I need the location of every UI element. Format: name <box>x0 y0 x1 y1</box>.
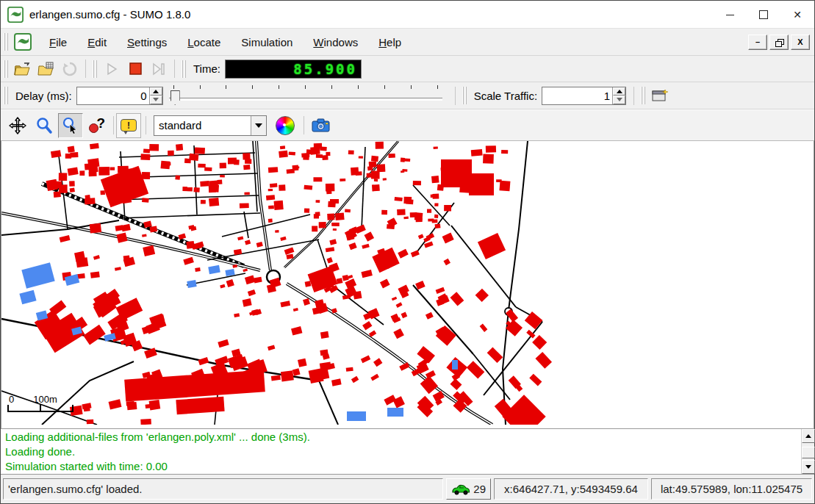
scale-bar: 0 100m <box>7 394 73 412</box>
down-arrow-icon <box>805 465 811 469</box>
minimize-button[interactable] <box>713 1 747 28</box>
scale-traffic-spinbox: 1 <box>542 87 626 105</box>
menu-file[interactable]: File <box>39 32 77 53</box>
scroll-up-button[interactable] <box>802 429 815 443</box>
time-display: 85.900 <box>225 60 362 79</box>
simulation-parameter-button[interactable]: ? <box>85 113 109 138</box>
menu-help[interactable]: Help <box>368 32 412 53</box>
chevron-down-icon <box>255 123 262 128</box>
reload-button[interactable] <box>58 58 82 80</box>
play-button[interactable] <box>100 58 123 80</box>
down-arrow-icon <box>617 98 622 101</box>
toolbar-grip[interactable] <box>182 60 187 78</box>
delay-slider[interactable] <box>169 82 442 109</box>
mdi-close-button[interactable]: X <box>791 35 810 50</box>
up-arrow-icon <box>153 90 159 93</box>
cartesian-coords-panel: x:646427.71, y:5493459.64 <box>494 478 648 500</box>
up-arrow-icon <box>617 90 622 93</box>
scrollbar-thumb[interactable] <box>802 447 815 458</box>
app-window: erlangen.sumo.cfg - SUMO 1.8.0 ✕ FileEdi… <box>0 0 815 504</box>
pan-arrows-icon <box>9 117 26 134</box>
recenter-view-button[interactable] <box>5 113 30 138</box>
sumo-logo-icon-small <box>14 33 32 51</box>
delay-label: Delay (ms): <box>15 90 72 102</box>
vehicle-icon <box>451 483 470 495</box>
sumo-logo-icon <box>7 7 24 23</box>
map-viewport: 0 100m <box>1 141 814 428</box>
slider-groove <box>169 98 442 101</box>
locate-mode-button[interactable] <box>58 113 83 138</box>
color-wheel-icon <box>276 116 295 135</box>
up-arrow-icon <box>805 434 811 438</box>
question-ball-icon: ? <box>89 117 105 134</box>
open-network-button[interactable] <box>35 58 58 80</box>
menu-locate[interactable]: Locate <box>177 32 231 53</box>
delay-input[interactable]: 0 <box>77 87 149 104</box>
magnifier-icon <box>35 117 53 134</box>
message-window-button[interactable]: ! <box>116 113 141 138</box>
vehicle-count-panel[interactable]: 29 <box>446 478 491 500</box>
menu-bar: FileEditSettingsLocateSimulationWindowsH… <box>1 28 814 56</box>
toolbar-grip[interactable] <box>4 33 10 51</box>
delay-increment-button[interactable] <box>150 87 162 96</box>
close-button[interactable]: ✕ <box>780 1 814 28</box>
scale-increment-button[interactable] <box>613 87 625 96</box>
slider-handle[interactable] <box>170 90 180 105</box>
coloring-scheme-combobox[interactable]: standard <box>154 115 267 136</box>
maximize-button[interactable] <box>747 1 780 28</box>
scale-distance-label: 100m <box>33 394 57 405</box>
scale-decrement-button[interactable] <box>613 96 625 104</box>
scale-bracket <box>7 405 73 412</box>
scroll-down-button[interactable] <box>802 460 815 474</box>
time-label: Time: <box>193 62 220 75</box>
stop-button[interactable] <box>123 58 147 80</box>
scale-zero-label: 0 <box>9 394 14 405</box>
mdi-close-icon: X <box>797 37 803 46</box>
reload-icon <box>62 61 78 77</box>
log-line: Loading additional-files from 'erlangen.… <box>5 430 810 444</box>
mdi-minimize-button[interactable]: – <box>748 35 767 50</box>
delay-spinbox: 0 <box>76 87 163 105</box>
map-canvas[interactable] <box>1 141 814 425</box>
log-scrollbar[interactable] <box>801 429 814 474</box>
vehicle-count: 29 <box>473 483 486 495</box>
combo-dropdown-button[interactable] <box>251 116 266 135</box>
slider-ticks <box>173 85 438 90</box>
toolbar-grip[interactable] <box>641 87 647 104</box>
view-toolbar: ? ! standard <box>1 109 814 141</box>
log-line: Loading done. <box>5 444 810 459</box>
open-network-folder-icon <box>37 62 55 76</box>
scale-traffic-input[interactable]: 1 <box>542 87 612 104</box>
zoom-button[interactable] <box>32 113 57 138</box>
simulation-toolbar: Time: 85.900 <box>1 56 814 82</box>
speed-toolbar: Delay (ms): 0 Scale Traffic: 1 <box>1 82 814 109</box>
menu-windows[interactable]: Windows <box>303 32 368 53</box>
toolbar-grip[interactable] <box>4 87 10 104</box>
open-config-button[interactable] <box>11 58 35 80</box>
mdi-minimize-icon: – <box>755 37 760 46</box>
status-message: 'erlangen.sumo.cfg' loaded. <box>8 483 143 495</box>
warning-bubble-icon: ! <box>121 119 137 132</box>
menu-settings[interactable]: Settings <box>117 32 177 53</box>
toolbar-grip[interactable] <box>462 87 468 104</box>
status-bar: 'erlangen.sumo.cfg' loaded. 29 x:646427.… <box>1 475 814 503</box>
title-bar: erlangen.sumo.cfg - SUMO 1.8.0 ✕ <box>1 1 814 28</box>
screenshot-button[interactable] <box>309 113 334 138</box>
new-view-icon <box>652 89 668 102</box>
menu-simulation[interactable]: Simulation <box>231 32 303 53</box>
delay-decrement-button[interactable] <box>150 96 162 104</box>
geo-coords: lat:49.575989, lon:11.025475 <box>661 483 803 495</box>
coloring-scheme-value: standard <box>154 119 251 132</box>
cartesian-coords: x:646427.71, y:5493459.64 <box>504 483 638 495</box>
mdi-restore-button[interactable] <box>769 35 789 50</box>
geo-coords-panel: lat:49.575989, lon:11.025475 <box>651 478 812 500</box>
menu-edit[interactable]: Edit <box>77 32 117 53</box>
step-button[interactable] <box>147 58 170 80</box>
edit-coloring-button[interactable] <box>273 113 298 138</box>
toolbar-grip[interactable] <box>93 60 98 78</box>
new-view-button[interactable] <box>648 84 672 107</box>
toolbar-grip[interactable] <box>4 60 10 78</box>
message-log[interactable]: Loading additional-files from 'erlangen.… <box>1 428 814 475</box>
play-icon <box>105 62 118 76</box>
log-line: Simulation started with time: 0.00 <box>5 459 810 474</box>
